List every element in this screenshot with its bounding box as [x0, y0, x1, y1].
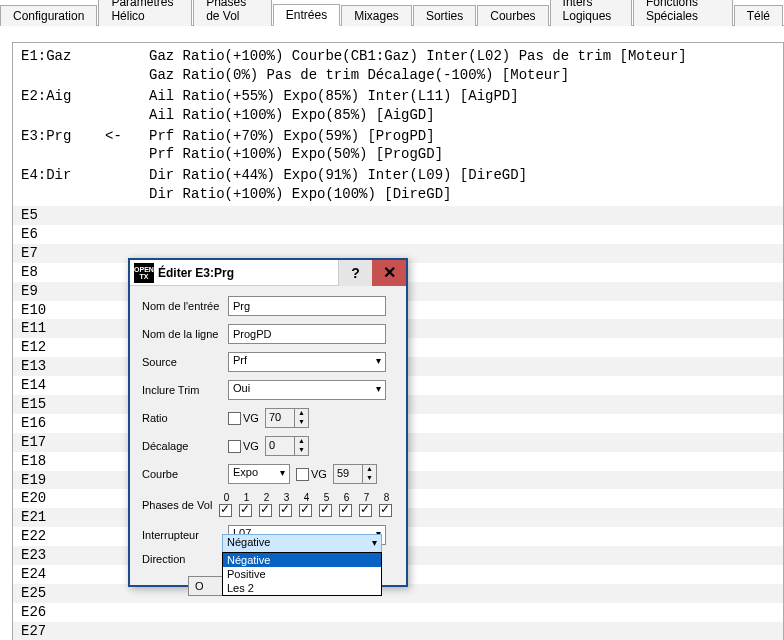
phase-checkbox-0[interactable]	[219, 504, 232, 517]
ratio-spinner[interactable]: 70 ▲▼	[265, 408, 309, 428]
curve-value-spinner[interactable]: 59 ▲▼	[333, 464, 377, 484]
source-select[interactable]: Prf	[228, 352, 386, 372]
offset-vg-checkbox[interactable]	[228, 440, 241, 453]
tab-inters-logiques[interactable]: Inters Logiques	[550, 0, 632, 26]
opentx-icon: OPENTX	[134, 263, 154, 283]
label-input-name: Nom de l'entrée	[142, 300, 228, 312]
offset-spinner[interactable]: 0 ▲▼	[265, 436, 309, 456]
list-row[interactable]: E5	[13, 206, 783, 225]
label-offset: Décalage	[142, 440, 228, 452]
list-row[interactable]: E26	[13, 603, 783, 622]
direction-option[interactable]: Les 2	[223, 581, 381, 595]
list-row[interactable]: E6	[13, 225, 783, 244]
list-row[interactable]: E27	[13, 622, 783, 640]
list-row[interactable]: Prf Ratio(+100%) Expo(50%) [ProgGD]	[13, 145, 783, 164]
label-trim: Inclure Trim	[142, 384, 228, 396]
close-button[interactable]: ✕	[372, 260, 406, 286]
direction-option[interactable]: Positive	[223, 567, 381, 581]
label-line-name: Nom de la ligne	[142, 328, 228, 340]
phase-checkbox-8[interactable]	[379, 504, 392, 517]
list-row[interactable]: E3:Prg <-Prf Ratio(+70%) Expo(59%) [Prog…	[13, 127, 783, 146]
tab-mixages[interactable]: Mixages	[341, 5, 412, 26]
ratio-vg-checkbox[interactable]	[228, 412, 241, 425]
trim-select[interactable]: Oui	[228, 380, 386, 400]
phase-checkbox-4[interactable]	[299, 504, 312, 517]
phase-checkbox-2[interactable]	[259, 504, 272, 517]
curve-type-select[interactable]: Expo	[228, 464, 290, 484]
phase-checkbox-1[interactable]	[239, 504, 252, 517]
tab-bar: ConfigurationParamètres HélicoPhases de …	[0, 2, 784, 26]
input-name-field[interactable]	[228, 296, 386, 316]
label-ratio: Ratio	[142, 412, 228, 424]
label-curve: Courbe	[142, 468, 228, 480]
tab-phases-de-vol[interactable]: Phases de Vol	[193, 0, 272, 26]
phase-checkbox-6[interactable]	[339, 504, 352, 517]
tab-t-l-[interactable]: Télé	[734, 5, 783, 26]
dialog-title: Éditer E3:Prg	[158, 266, 338, 280]
label-direction: Direction	[142, 553, 228, 565]
tab-fonctions-sp-ciales[interactable]: Fonctions Spéciales	[633, 0, 733, 26]
list-row[interactable]: E4:DirDir Ratio(+44%) Expo(91%) Inter(L0…	[13, 166, 783, 185]
list-row[interactable]: Ail Ratio(+100%) Expo(85%) [AigGD]	[13, 106, 783, 125]
list-row[interactable]: Dir Ratio(+100%) Expo(100%) [DireGD]	[13, 185, 783, 204]
list-row[interactable]: E1:GazGaz Ratio(+100%) Courbe(CB1:Gaz) I…	[13, 47, 783, 66]
help-button[interactable]: ?	[338, 260, 372, 286]
tab-entr-es[interactable]: Entrées	[273, 4, 340, 26]
direction-dropdown-list: NégativePositiveLes 2	[222, 552, 382, 596]
dialog-titlebar: OPENTX Éditer E3:Prg ? ✕	[130, 260, 406, 286]
label-source: Source	[142, 356, 228, 368]
phases-checkboxes: 012345678	[219, 492, 394, 517]
line-name-field[interactable]	[228, 324, 386, 344]
tab-configuration[interactable]: Configuration	[0, 5, 97, 26]
tab-param-tres-h-lico[interactable]: Paramètres Hélico	[98, 0, 192, 26]
phase-checkbox-3[interactable]	[279, 504, 292, 517]
list-row[interactable]: Gaz Ratio(0%) Pas de trim Décalage(-100%…	[13, 66, 783, 85]
direction-select[interactable]: Négative	[222, 534, 382, 554]
spin-up-icon: ▲	[295, 409, 308, 418]
direction-option[interactable]: Négative	[223, 553, 381, 567]
label-phases: Phases de Vol	[142, 499, 219, 511]
spin-down-icon: ▼	[295, 418, 308, 427]
tab-sorties[interactable]: Sorties	[413, 5, 476, 26]
curve-vg-checkbox[interactable]	[296, 468, 309, 481]
tab-courbes[interactable]: Courbes	[477, 5, 548, 26]
list-row[interactable]: E2:AigAil Ratio(+55%) Expo(85%) Inter(L1…	[13, 87, 783, 106]
phase-checkbox-5[interactable]	[319, 504, 332, 517]
phase-checkbox-7[interactable]	[359, 504, 372, 517]
label-switch: Interrupteur	[142, 529, 228, 541]
